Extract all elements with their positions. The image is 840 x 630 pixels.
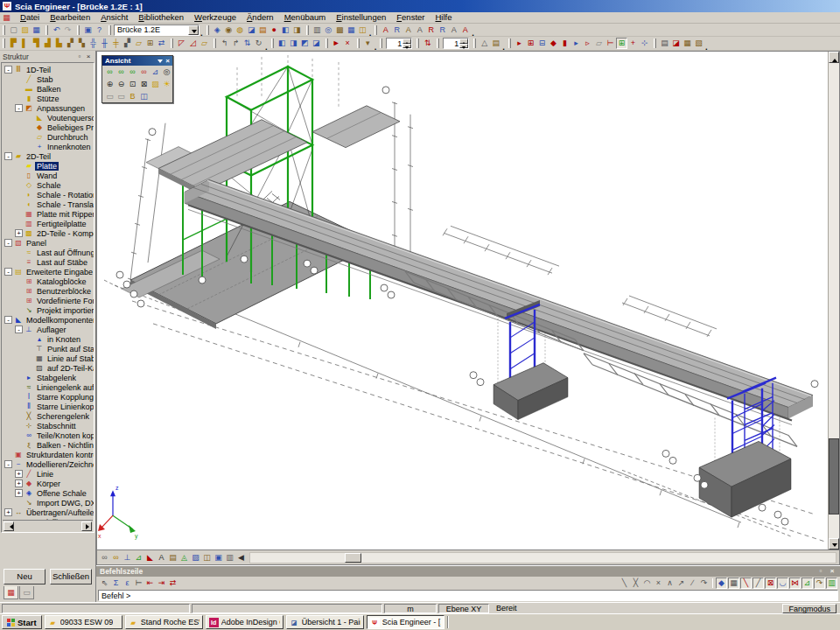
tree-item-schale-translation[interactable]: ◖Schale - Translation <box>3 200 94 209</box>
result-a1-icon[interactable]: A <box>380 24 391 36</box>
scroll-right-icon[interactable] <box>81 522 92 531</box>
block-icon[interactable]: ⊞ <box>144 38 156 49</box>
view-solid-icon[interactable]: ∞ <box>138 66 150 77</box>
tree-item-teile-knoten-koppe[interactable]: ∞Teile/Knoten koppe <box>3 430 94 440</box>
panel-tab-blank[interactable]: ▭ <box>19 586 34 599</box>
toolbar-grip-icon[interactable] <box>306 25 309 35</box>
menu-ändern[interactable]: Ändern <box>242 12 279 23</box>
tree-item-punkt-auf-stab[interactable]: ⊤Punkt auf Stab <box>3 344 94 354</box>
snap-end-icon[interactable]: ╲ <box>740 578 752 589</box>
tree-collapse-icon[interactable]: - <box>4 316 12 324</box>
model-viewport[interactable]: Ansicht × ∞∞∞∞⊿◎⊕⊖⊡⊠▨☀▭▭B◫ <box>96 51 840 565</box>
tree-collapse-icon[interactable]: - <box>4 152 12 160</box>
viewport-vertical-scrollbar[interactable] <box>828 52 839 550</box>
mdi-child-icon[interactable]: ▦ <box>2 13 11 23</box>
spin-down-icon[interactable] <box>402 44 411 49</box>
tree-item-stab[interactable]: ╱Stab <box>3 74 94 84</box>
snap-ortho-icon[interactable]: ⊿ <box>802 578 813 589</box>
tree-item-auflager[interactable]: -⊥Auflager <box>3 325 94 334</box>
load-edge-icon[interactable]: ⊢ <box>605 38 616 49</box>
taskbar-task-09033-esw-09[interactable]: ▰09033 ESW 09 <box>45 615 122 629</box>
snap-box-icon[interactable]: ⊠ <box>765 578 776 589</box>
current-layer-icon[interactable]: ▾ <box>362 38 374 49</box>
toolbar-grip-icon[interactable] <box>171 38 173 48</box>
snap-dir-icon[interactable]: ↗ <box>676 578 687 589</box>
tree-item-fertigteilplatte[interactable]: ▥Fertigteilplatte <box>3 219 94 228</box>
toolbar-overflow-icon[interactable]: . <box>374 45 377 50</box>
toolbar-overflow-icon[interactable]: . <box>705 45 708 50</box>
tree-item-katalogblöcke[interactable]: ⊞Katalogblöcke <box>3 276 94 286</box>
tree-item-linie[interactable]: +╱Linie <box>3 469 94 479</box>
tree-item-auf-2d-teil-kante[interactable]: ▨auf 2D-Teil-Kante <box>3 363 94 373</box>
filter-d-icon[interactable]: ◪ <box>311 38 322 49</box>
snap-cross-icon[interactable]: ╳ <box>630 578 641 589</box>
truss-icon[interactable]: ╪ <box>110 38 122 49</box>
snap-line-icon[interactable]: ╲ <box>619 578 630 589</box>
toolbar-grip-icon[interactable] <box>326 38 328 48</box>
snap-angle-icon[interactable]: ∧ <box>664 578 676 589</box>
shading-icon[interactable]: ▨ <box>190 552 201 564</box>
tree-item-körper[interactable]: +◆Körper <box>3 479 94 488</box>
gallery-icon[interactable]: ◨ <box>291 24 303 36</box>
tree-item-innenknoten[interactable]: +Innenknoten <box>3 142 94 151</box>
snap-wave-icon[interactable]: ◡ <box>777 578 788 589</box>
filter-b-icon[interactable]: ◨ <box>288 38 299 49</box>
toolbar-grip-icon[interactable] <box>357 38 360 48</box>
tree-item-vordefinierte-forme[interactable]: ⊞Vordefinierte Forme <box>3 296 94 305</box>
scroll-down-icon[interactable] <box>829 538 839 550</box>
scroll-left-icon[interactable] <box>4 522 14 531</box>
load-point-icon[interactable]: ◆ <box>548 38 559 49</box>
tree-item-übertragen-aufteilen-v[interactable]: +↔Übertragen/Aufteilen/V <box>3 508 94 517</box>
taskbar-task-stand-roche-esw[interactable]: ▰Stand Roche ESW... <box>125 615 203 629</box>
toolbar-grip-icon[interactable] <box>3 38 5 48</box>
load-arrow-icon[interactable]: ▸ <box>570 38 582 49</box>
tree-expand-icon[interactable]: + <box>15 489 23 497</box>
material-icon[interactable]: ● <box>269 24 280 36</box>
tree-item-platte-mit-rippen[interactable]: ▦Platte mit Rippen <box>3 209 94 219</box>
toolbar-grip-icon[interactable] <box>508 38 511 48</box>
filter-c-icon[interactable]: ◩ <box>299 38 311 49</box>
snap-intersect-icon[interactable]: ⋈ <box>789 578 801 589</box>
status-plane[interactable]: Ebene XY <box>438 604 489 613</box>
filter-a-icon[interactable]: ◧ <box>276 38 288 49</box>
menu-hilfe[interactable]: Hilfe <box>430 12 457 23</box>
new-project-icon[interactable]: ▢ <box>8 24 19 36</box>
toolbar-grip-icon[interactable] <box>206 25 209 35</box>
grid-icon[interactable]: ▥ <box>224 552 235 564</box>
snap-tangent-icon[interactable]: ↷ <box>814 578 825 589</box>
open-project-icon[interactable]: ▨ <box>19 24 31 36</box>
tree-item-wand[interactable]: ▯Wand <box>3 171 94 180</box>
tree-item-2d-teil[interactable]: -▰2D-Teil <box>3 151 94 161</box>
undo-icon[interactable]: ↶ <box>51 24 62 36</box>
zoom-selection-icon[interactable]: ⊠ <box>138 79 150 89</box>
table-a-icon[interactable]: ▤ <box>659 38 670 49</box>
tree-item-modellkomponenten[interactable]: -◣Modellkomponenten <box>3 315 94 325</box>
tree-item-durchbruch[interactable]: ▱Durchbruch <box>3 132 94 142</box>
tree-horizontal-scrollbar[interactable] <box>3 520 93 531</box>
sum-icon[interactable]: Σ <box>110 578 122 589</box>
zoom-all-icon[interactable]: ⊡ <box>127 79 138 89</box>
toolbar-grip-icon[interactable] <box>108 25 111 35</box>
menu-bibliotheken[interactable]: Bibliotheken <box>133 12 189 23</box>
tab-right-icon[interactable]: ⇥ <box>156 578 167 589</box>
close-icon[interactable]: × <box>828 567 836 576</box>
tree-item-projekt-importieren[interactable]: ↘Projekt importieren ( <box>3 305 94 315</box>
rotate-icon[interactable]: ↻ <box>253 38 264 49</box>
render-mode-icon[interactable]: ◬ <box>178 552 190 564</box>
result-a2-icon[interactable]: A <box>402 24 414 36</box>
tree-item-panel[interactable]: -▧Panel <box>3 238 94 248</box>
taskbar-task-adobe-indesign-c[interactable]: IdAdobe InDesign C... <box>206 615 284 629</box>
surfaces-icon[interactable]: ▤ <box>167 552 178 564</box>
redo-icon[interactable]: ↷ <box>62 24 74 36</box>
load-bar-icon[interactable]: ▮ <box>559 38 570 49</box>
tree-item-modellieren-zeichnen[interactable]: -~Modellieren/Zeichnen <box>3 459 94 469</box>
vscroll-thumb[interactable] <box>829 438 839 514</box>
toolbar-overflow-icon[interactable]: . <box>369 31 372 36</box>
table-c-icon[interactable]: ▦ <box>682 38 693 49</box>
wall-icon[interactable]: ▟ <box>42 38 53 49</box>
load-region-icon[interactable]: ▱ <box>593 38 605 49</box>
table-b-icon[interactable]: ◪ <box>670 38 682 49</box>
zoom-in-icon[interactable]: ⊕ <box>104 79 116 89</box>
calculator-icon[interactable]: ◉ <box>223 24 234 36</box>
taskbar-task-übersicht-1-paint[interactable]: ◪Übersicht 1 - Paint <box>286 615 364 629</box>
